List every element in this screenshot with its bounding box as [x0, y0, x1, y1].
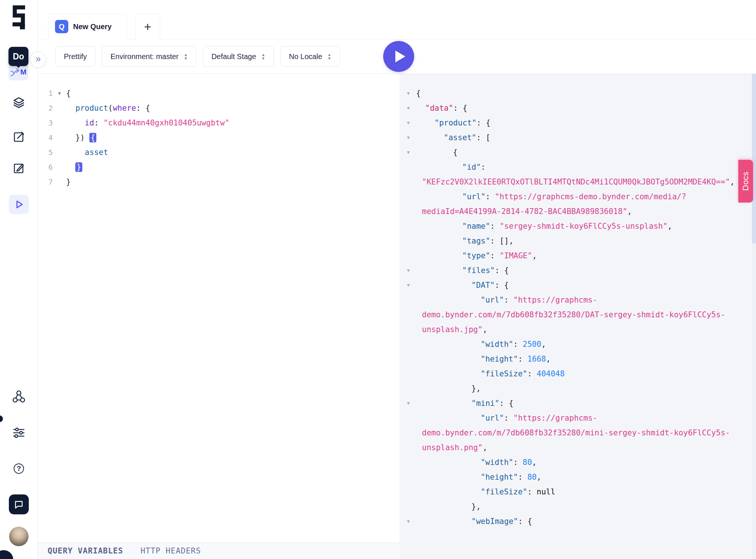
sidebar-item-content[interactable]: [9, 130, 29, 143]
code-segment: : {: [477, 118, 491, 127]
fold-arrow-icon[interactable]: ▼: [405, 278, 412, 293]
code-line[interactable]: 2 product(where: {: [38, 101, 399, 115]
fold-arrow-icon[interactable]: ▼: [405, 86, 412, 101]
stage-select[interactable]: Default Stage ▲▼: [203, 46, 274, 67]
graphcms-logo[interactable]: [10, 4, 28, 30]
fold-arrow-icon[interactable]: ▼: [405, 130, 412, 145]
code-text: "url": "https://graphcms-demo.bynder.com…: [462, 189, 756, 204]
question-mark-icon: ?: [14, 463, 24, 474]
sidebar-item-assets[interactable]: [9, 162, 29, 174]
docs-tab[interactable]: Docs: [738, 160, 753, 203]
environment-select[interactable]: Environment: master ▲▼: [102, 46, 196, 67]
code-segment: unsplash.jpg": [422, 325, 482, 334]
sliders-icon: [12, 426, 25, 439]
code-text: "fileSize": null: [481, 484, 756, 499]
code-line[interactable]: 6 }: [38, 160, 399, 175]
fold-arrow-icon: [53, 175, 66, 189]
code-segment: mediaId=A4E4199A-2814-4782-BAC4BBA989836…: [422, 207, 627, 216]
user-menu[interactable]: [9, 527, 29, 546]
chat-bubble-icon: [9, 494, 29, 514]
code-line[interactable]: 4 }) {: [38, 130, 399, 145]
code-segment: unsplash.png": [422, 443, 482, 452]
fold-arrow-icon[interactable]: ▼: [405, 101, 412, 115]
fold-arrow-icon: [53, 130, 66, 145]
code-line[interactable]: 3 id: "ckdu44mn40gxh010405uwgbtw": [38, 115, 399, 130]
sidebar-item-schema[interactable]: [9, 96, 29, 109]
code-line[interactable]: 5 asset: [38, 145, 399, 160]
response-line: },: [399, 381, 756, 396]
code-segment: ,: [537, 473, 542, 482]
code-segment: {: [453, 148, 458, 157]
code-text: "width": 2500,: [481, 337, 756, 352]
response-line: },: [399, 499, 756, 514]
fold-arrow-icon[interactable]: ▼: [53, 86, 66, 101]
edit-pen-square-icon: [13, 162, 25, 174]
graphcms-playground: M Do: [0, 0, 756, 559]
http-headers-tab[interactable]: HTTP HEADERS: [141, 546, 201, 555]
fold-arrow-icon[interactable]: ▼: [405, 145, 412, 160]
fold-arrow-icon[interactable]: ▼: [405, 115, 412, 130]
code-segment: "url": [481, 414, 504, 422]
code-segment: "files": [462, 266, 495, 275]
edit-square-icon: [13, 130, 25, 143]
add-tab-button[interactable]: +: [135, 14, 160, 39]
code-segment: ,: [482, 443, 487, 452]
response-line: "name": "sergey-shmidt-koy6FlCCy5s-unspl…: [399, 219, 756, 234]
response-line: ▼"DAT": {: [399, 278, 756, 293]
response-line: "url": "https://graphcms-: [399, 411, 756, 425]
fold-arrow-icon[interactable]: ▼: [405, 263, 412, 278]
code-segment: },: [471, 384, 481, 393]
code-text: "type": "IMAGE",: [462, 248, 756, 263]
line-number: 4: [38, 130, 53, 145]
sidebar-item-settings[interactable]: [9, 426, 29, 439]
run-query-button[interactable]: [383, 41, 414, 72]
code-segment: },: [471, 502, 481, 511]
tab-new-query[interactable]: Q New Query: [48, 14, 127, 39]
code-text: "fileSize": 404048: [481, 366, 756, 381]
code-text: "id":: [462, 160, 756, 175]
code-segment: :: [94, 118, 103, 127]
fold-arrow-icon: [53, 101, 66, 115]
code-segment: {: [416, 89, 421, 98]
response-line: "url": "https://graphcms-demo.bynder.com…: [399, 189, 756, 204]
code-segment: :: [527, 487, 536, 496]
sidebar-item-webhooks[interactable]: [9, 390, 29, 404]
query-variables-tab[interactable]: QUERY VARIABLES: [48, 546, 123, 555]
code-segment: "width": [481, 458, 513, 467]
scrollbar-thumb[interactable]: [752, 74, 756, 244]
code-segment: "tags": [462, 237, 490, 245]
line-number: 7: [38, 175, 53, 189]
code-line[interactable]: 7}: [38, 175, 399, 189]
code-segment: id: [85, 118, 94, 127]
code-segment: :: [485, 192, 495, 201]
response-scrollbar[interactable]: [752, 74, 756, 559]
sidebar-expand-button[interactable]: »: [30, 52, 46, 68]
sidebar-item-feedback[interactable]: [9, 494, 29, 514]
code-text: },: [471, 499, 756, 514]
code-segment: :: [527, 369, 536, 378]
code-segment: : {: [136, 104, 150, 113]
prettify-button[interactable]: Prettify: [55, 46, 95, 67]
sidebar-item-help[interactable]: ?: [9, 463, 29, 474]
avatar: [9, 527, 29, 546]
sidebar-item-api-playground[interactable]: [9, 195, 29, 214]
code-segment: }): [66, 133, 89, 142]
code-segment: [66, 148, 85, 157]
code-segment: where: [113, 104, 136, 113]
code-line[interactable]: 1▼{: [38, 86, 399, 101]
fold-arrow-icon[interactable]: ▼: [405, 396, 412, 411]
response-line: ▼"webImage": {: [399, 514, 756, 529]
response-line: ▼"asset": [: [399, 130, 756, 145]
locale-select[interactable]: No Locale ▲▼: [281, 46, 340, 67]
code-segment: :: [518, 355, 527, 363]
code-segment: demo.bynder.com/m/7db608fb32f35280/DAT-s…: [422, 310, 725, 319]
code-segment: : {: [495, 266, 509, 275]
code-text: "name": "sergey-shmidt-koy6FlCCy5s-unspl…: [462, 219, 756, 234]
code-segment: "DAT": [471, 281, 495, 290]
fold-arrow-icon[interactable]: ▼: [405, 514, 412, 529]
code-text: "KEFzc2V0X2lkIEE0RTQxOTlBLTI4MTQtNDc4Mi1…: [422, 175, 756, 189]
code-text: demo.bynder.com/m/7db608fb32f35280/mini-…: [422, 425, 756, 440]
code-text: unsplash.jpg",: [422, 322, 756, 337]
query-editor[interactable]: 1▼{2 product(where: {3 id: "ckdu44mn40gx…: [38, 74, 399, 542]
query-type-badge: Q: [55, 20, 68, 33]
